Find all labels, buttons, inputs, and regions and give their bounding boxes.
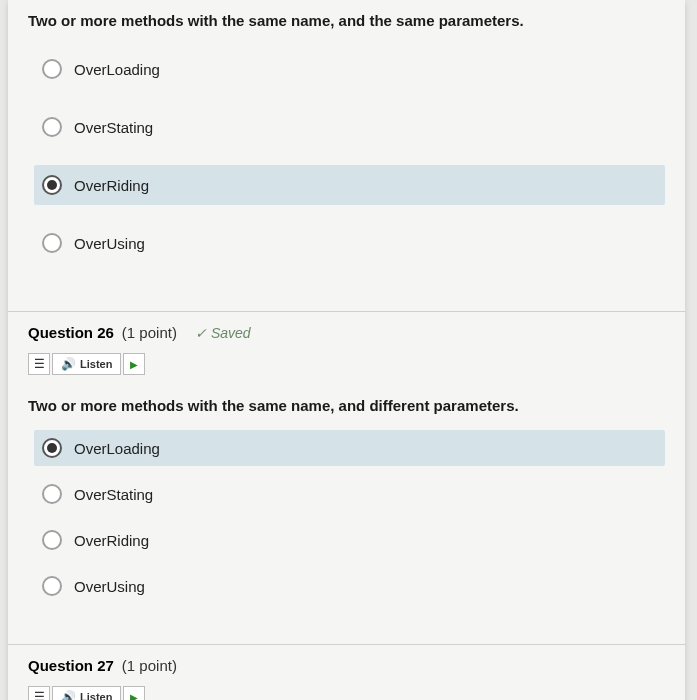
option-label: OverUsing xyxy=(74,235,145,252)
radio-dot-icon xyxy=(47,443,57,453)
option-label: OverLoading xyxy=(74,440,160,457)
radio-icon[interactable] xyxy=(42,484,62,504)
radio-dot-icon xyxy=(47,180,57,190)
saved-label: Saved xyxy=(211,325,251,341)
listen-label: Listen xyxy=(80,358,112,370)
question-26: Two or more methods with the same name, … xyxy=(8,387,685,634)
option-row[interactable]: OverRiding xyxy=(34,522,665,558)
listen-button[interactable]: 🔊 Listen xyxy=(52,353,121,375)
radio-icon[interactable] xyxy=(42,175,62,195)
listen-toolbar: ☰ 🔊 Listen ▶ xyxy=(28,353,685,375)
radio-icon[interactable] xyxy=(42,59,62,79)
saved-status: ✓ Saved xyxy=(195,325,251,341)
speaker-icon: 🔊 xyxy=(61,357,76,371)
radio-icon[interactable] xyxy=(42,530,62,550)
option-row[interactable]: OverRiding xyxy=(34,165,665,205)
menu-button[interactable]: ☰ xyxy=(28,353,50,375)
option-label: OverStating xyxy=(74,119,153,136)
option-row[interactable]: OverLoading xyxy=(34,49,665,89)
radio-icon[interactable] xyxy=(42,117,62,137)
question-25: Two or more methods with the same name, … xyxy=(8,0,685,301)
option-label: OverRiding xyxy=(74,177,149,194)
question-26-header: Question 26 (1 point) ✓ Saved xyxy=(8,312,685,349)
options-list: OverLoading OverStating OverRiding OverU… xyxy=(34,430,665,604)
listen-button[interactable]: 🔊 Listen xyxy=(52,686,121,700)
option-row[interactable]: OverStating xyxy=(34,107,665,147)
question-text: Two or more methods with the same name, … xyxy=(28,395,665,416)
radio-icon[interactable] xyxy=(42,438,62,458)
question-points: (1 point) xyxy=(122,657,177,674)
listen-toolbar: ☰ 🔊 Listen ▶ xyxy=(28,686,685,700)
play-button[interactable]: ▶ xyxy=(123,686,145,700)
check-icon: ✓ xyxy=(195,325,207,341)
option-row[interactable]: OverLoading xyxy=(34,430,665,466)
options-list: OverLoading OverStating OverRiding OverU… xyxy=(34,49,665,263)
radio-icon[interactable] xyxy=(42,233,62,253)
play-button[interactable]: ▶ xyxy=(123,353,145,375)
speaker-icon: 🔊 xyxy=(61,690,76,700)
option-label: OverStating xyxy=(74,486,153,503)
option-label: OverRiding xyxy=(74,532,149,549)
option-label: OverUsing xyxy=(74,578,145,595)
listen-label: Listen xyxy=(80,691,112,700)
question-points: (1 point) xyxy=(122,324,177,341)
question-text: Two or more methods with the same name, … xyxy=(28,8,665,31)
menu-button[interactable]: ☰ xyxy=(28,686,50,700)
question-number: Question 26 xyxy=(28,324,114,341)
question-number: Question 27 xyxy=(28,657,114,674)
option-row[interactable]: OverUsing xyxy=(34,223,665,263)
radio-icon[interactable] xyxy=(42,576,62,596)
option-row[interactable]: OverStating xyxy=(34,476,665,512)
question-27-header: Question 27 (1 point) xyxy=(8,645,685,682)
option-row[interactable]: OverUsing xyxy=(34,568,665,604)
option-label: OverLoading xyxy=(74,61,160,78)
